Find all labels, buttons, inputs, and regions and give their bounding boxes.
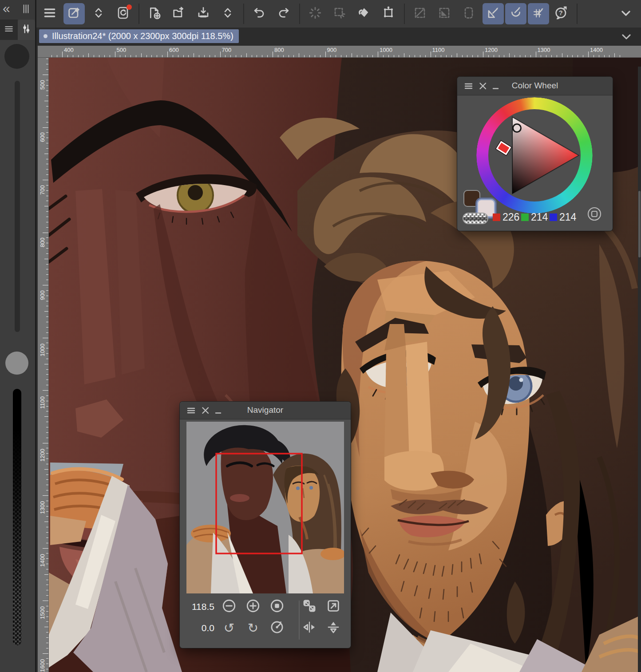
open-file-button[interactable]: [168, 3, 190, 24]
flip-horizontal-button[interactable]: [300, 619, 319, 637]
save-file-button[interactable]: [193, 3, 214, 24]
ruler-tick: [46, 243, 48, 243]
pen-icon: [67, 6, 81, 22]
reset-rotation-button[interactable]: [267, 619, 287, 637]
ruler-tick: [46, 427, 48, 427]
color-mode-toggle-icon[interactable]: [586, 206, 602, 222]
ruler-tick: [404, 53, 404, 57]
select-burst-button[interactable]: [305, 3, 326, 24]
zoom-100-button[interactable]: [267, 598, 287, 616]
ruler-tick: [262, 55, 262, 57]
ruler-tick: [46, 274, 48, 275]
ruler-tick: [146, 55, 147, 57]
ruler-tick: [183, 55, 184, 57]
ruler-tick: [46, 374, 48, 375]
ruler-tick: [44, 259, 48, 259]
ruler-tick: [46, 95, 48, 96]
fill-selection-button[interactable]: [434, 3, 455, 24]
navigator-thumbnail[interactable]: [186, 422, 344, 593]
undo-button[interactable]: [249, 3, 270, 24]
new-canvas-button[interactable]: [144, 3, 165, 24]
ruler-tick: [46, 585, 48, 585]
ruler-tick: [472, 55, 473, 57]
ruler-tick: [46, 211, 48, 212]
ruler-label: 1200: [485, 47, 498, 53]
sv-triangle[interactable]: [476, 97, 593, 213]
snap-special-ruler-button[interactable]: [505, 3, 526, 24]
rotate-left-button[interactable]: ↺: [219, 619, 239, 637]
ruler-tick: [488, 55, 489, 57]
color-wheel-header[interactable]: Color Wheel: [457, 77, 613, 95]
fit-to-screen-button[interactable]: [300, 598, 319, 616]
vertical-scrollbar[interactable]: [638, 191, 641, 257]
ruler-tick: [46, 516, 48, 517]
tab-tool-property[interactable]: [18, 20, 36, 40]
actual-size-button[interactable]: [324, 598, 343, 616]
snap-ruler-button[interactable]: [483, 3, 504, 24]
brush-opacity-preview[interactable]: [5, 352, 28, 375]
main-menu-button[interactable]: [39, 3, 60, 24]
ruler-tick: [46, 643, 48, 643]
ruler-tick: [536, 51, 536, 57]
rotate-right-button[interactable]: ↻: [243, 619, 263, 637]
ruler-tick: [530, 55, 531, 57]
ruler-tick: [46, 143, 48, 143]
navigator-header[interactable]: Navigator: [180, 402, 351, 419]
chevud-icon: [91, 6, 106, 22]
ruler-label: 900: [39, 290, 46, 300]
ruler-tick: [46, 248, 48, 249]
ruler-tick: [462, 55, 463, 57]
transform-handles-button[interactable]: [378, 3, 399, 24]
collapse-sidebar-button[interactable]: «: [3, 1, 10, 16]
ruler-tick: [457, 53, 457, 57]
ruler-tick: [46, 122, 48, 123]
clear-selection-button[interactable]: [409, 3, 431, 24]
frame-border-button[interactable]: [458, 3, 479, 24]
ruler-tick: [46, 558, 48, 559]
document-title-pill[interactable]: Illustration24* (2000 x 2300px 300dpi 11…: [39, 29, 239, 43]
ruler-tick: [415, 55, 415, 57]
zoom-in-button[interactable]: [243, 598, 263, 616]
chevron-down-icon: [620, 37, 633, 44]
clip-studio-home-button[interactable]: [112, 3, 134, 24]
openfile-icon: [172, 6, 186, 22]
ruler-tick: [46, 322, 48, 322]
ruler-tick: [399, 55, 399, 57]
ruler-tick: [46, 637, 48, 638]
tool-switch-chevrons-button[interactable]: [88, 3, 109, 24]
ruler-tick: [46, 169, 48, 170]
help-tips-button[interactable]: ?: [550, 3, 572, 24]
flip-vertical-button[interactable]: [324, 619, 343, 637]
ruler-tick: [46, 327, 48, 328]
tab-menu[interactable]: [0, 20, 18, 40]
panel-bars-icon[interactable]: [20, 3, 32, 16]
pen-tool-button[interactable]: [63, 3, 85, 24]
redo-button[interactable]: [273, 3, 294, 24]
ruler-tick: [46, 227, 48, 228]
brush-size-preview[interactable]: [4, 44, 29, 69]
ruler-tick: [46, 648, 48, 648]
ruler-label: 1100: [39, 396, 46, 409]
ruler-tick: [46, 569, 48, 569]
fill-bucket-button[interactable]: [353, 3, 375, 24]
zoom-out-button[interactable]: [219, 598, 239, 616]
ruler-tick: [51, 55, 52, 57]
collapse-titlebar-button[interactable]: [620, 30, 633, 45]
snap-grid-button[interactable]: [528, 3, 549, 24]
ruler-tick: [293, 55, 294, 57]
transparent-color-swatch[interactable]: [463, 213, 488, 224]
deselect-marquee-button[interactable]: [329, 3, 350, 24]
sv-cursor[interactable]: [512, 123, 522, 133]
ruler-label: 1300: [39, 501, 46, 514]
ruler-tick: [46, 85, 48, 86]
ruler-tick: [46, 617, 48, 617]
opacity-gradient-slider[interactable]: [13, 389, 21, 645]
brush-size-slider[interactable]: [15, 81, 20, 332]
ruler-tick: [304, 55, 305, 57]
file-chevrons-button[interactable]: [217, 3, 238, 24]
ruler-tick: [609, 55, 609, 57]
command-toolbar: ?: [36, 0, 641, 28]
collapse-toolbar-button[interactable]: [616, 5, 636, 22]
ruler-tick: [43, 601, 48, 601]
ruler-tick: [383, 55, 384, 57]
